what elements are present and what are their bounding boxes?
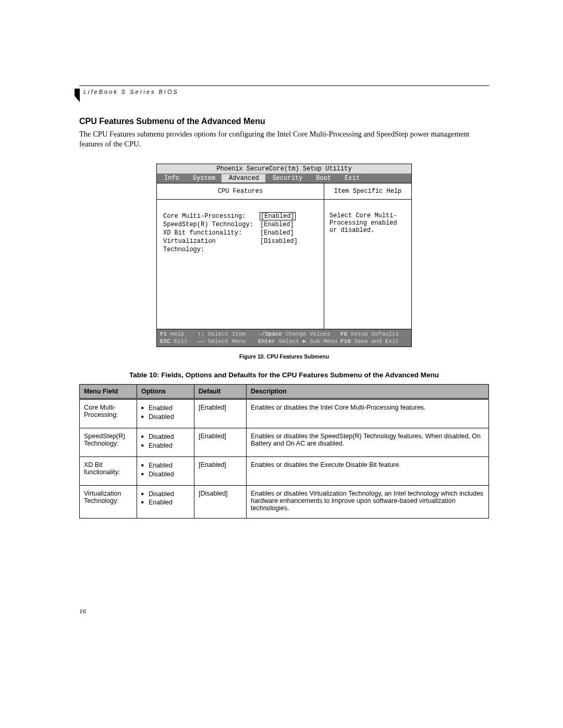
chevron-icon: [75, 89, 82, 102]
option-item: Enabled: [149, 404, 190, 413]
bios-footer: F1 Help↑↓ Select Item-/Space Change Valu…: [157, 329, 411, 347]
table-cell-description: Enables or disables the Intel Core Multi…: [247, 399, 489, 428]
table-cell-description: Enables or disables the Execute Disable …: [247, 456, 489, 485]
option-item: Disabled: [149, 433, 190, 441]
option-item: Disabled: [149, 490, 190, 499]
table-cell-default: [Enabled]: [194, 456, 247, 485]
table-cell-field: Virtualization Technology:: [80, 485, 137, 518]
table-cell-description: Enables or disables the SpeedStep(R) Tec…: [247, 428, 489, 457]
bios-footer-hint: F10 Save and Exit: [340, 338, 399, 345]
table-cell-field: Core Multi-Processing:: [80, 399, 137, 428]
bios-setting-row[interactable]: Core Multi-Processing:[Enabled]: [163, 212, 317, 220]
bios-setting-value[interactable]: [Enabled]: [260, 229, 294, 237]
option-item: Disabled: [149, 413, 190, 422]
svg-marker-0: [75, 89, 80, 102]
bios-footer-hint: -/Space Change Values: [258, 330, 340, 338]
options-table: Menu FieldOptionsDefaultDescription Core…: [79, 384, 489, 518]
table-caption: Table 10: Fields, Options and Defaults f…: [79, 371, 489, 379]
bios-setting-label: SpeedStep(R) Technology:: [163, 220, 260, 229]
bios-setting-row[interactable]: Virtualization Technology:[Disabled]: [163, 237, 317, 254]
table-cell-field: XD Bit functionality:: [80, 456, 137, 485]
bios-panel-left-title: CPU Features: [157, 183, 324, 199]
bios-footer-hint: Enter Select ▶ Sub-Menu: [258, 338, 340, 345]
bios-setting-label: Core Multi-Processing:: [163, 212, 260, 220]
bios-tab-boot[interactable]: Boot: [309, 174, 337, 182]
table-header-cell: Options: [137, 385, 194, 399]
option-item: Enabled: [149, 498, 190, 507]
table-cell-options: DisabledEnabled: [137, 485, 194, 518]
bios-setting-row[interactable]: SpeedStep(R) Technology:[Enabled]: [163, 220, 317, 229]
bios-setting-value[interactable]: [Enabled]: [260, 212, 295, 220]
bios-setting-label: XD Bit functionality:: [163, 229, 260, 237]
table-header-cell: Description: [247, 385, 489, 399]
bios-footer-hint: ESC Exit: [160, 338, 198, 345]
bios-screenshot: Phoenix SecureCore(tm) Setup Utility Inf…: [156, 164, 412, 348]
bios-panel-right-title: Item Specific Help: [324, 183, 411, 199]
bios-tab-exit[interactable]: Exit: [337, 174, 366, 182]
table-cell-options: EnabledDisabled: [137, 456, 194, 485]
figure-caption: Figure 10. CPU Features Submenu: [79, 353, 489, 360]
option-item: Disabled: [149, 470, 190, 479]
option-item: Enabled: [149, 461, 190, 470]
table-cell-default: [Enabled]: [194, 399, 247, 428]
table-cell-options: EnabledDisabled: [137, 399, 194, 428]
bios-settings-list: Core Multi-Processing:[Enabled]SpeedStep…: [157, 200, 324, 329]
section-body: The CPU Features submenu provides option…: [79, 129, 489, 149]
bios-setting-label: Virtualization Technology:: [163, 237, 260, 254]
bios-footer-hint: F9 Setup Defaults: [340, 330, 399, 338]
bios-tab-advanced[interactable]: Advanced: [222, 174, 265, 182]
table-header-cell: Menu Field: [80, 385, 137, 399]
bios-setting-value[interactable]: [Enabled]: [260, 220, 294, 229]
bios-setting-value[interactable]: [Disabled]: [260, 237, 298, 254]
table-cell-default: [Disabled]: [194, 485, 247, 518]
bios-tab-bar: InfoSystemAdvancedSecurityBootExit: [157, 174, 411, 183]
bios-footer-hint: ←→ Select Menu: [198, 338, 258, 345]
table-row: XD Bit functionality:EnabledDisabled[Ena…: [80, 456, 489, 485]
page-number: 16: [79, 607, 489, 615]
table-cell-description: Enables or disables Virtualization Techn…: [247, 485, 489, 518]
table-header-cell: Default: [194, 385, 247, 399]
bios-footer-hint: F1 Help: [160, 330, 198, 338]
bios-tab-info[interactable]: Info: [157, 174, 186, 182]
section-title: CPU Features Submenu of the Advanced Men…: [79, 117, 489, 126]
bios-help-text: Select Core Multi-Processing enabled or …: [324, 200, 411, 329]
table-row: Virtualization Technology:DisabledEnable…: [80, 485, 489, 518]
bios-tab-system[interactable]: System: [186, 174, 222, 182]
bios-tab-security[interactable]: Security: [265, 174, 309, 182]
table-cell-options: DisabledEnabled: [137, 428, 194, 457]
table-cell-default: [Enabled]: [194, 428, 247, 457]
option-item: Enabled: [149, 441, 190, 450]
bios-window-title: Phoenix SecureCore(tm) Setup Utility: [157, 164, 411, 174]
table-row: SpeedStep(R) Technology:DisabledEnabled[…: [80, 428, 489, 457]
page-header: LifeBook S Series BIOS: [79, 87, 489, 95]
table-cell-field: SpeedStep(R) Technology:: [80, 428, 137, 457]
bios-setting-row[interactable]: XD Bit functionality:[Enabled]: [163, 229, 317, 237]
bios-footer-hint: ↑↓ Select Item: [198, 330, 258, 338]
table-row: Core Multi-Processing:EnabledDisabled[En…: [80, 399, 489, 428]
